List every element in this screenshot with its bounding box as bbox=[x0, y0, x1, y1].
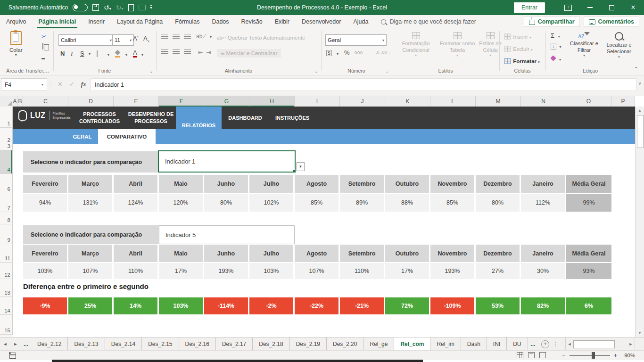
month-header-cell[interactable]: Agosto bbox=[295, 175, 340, 193]
font-name-combo[interactable]: Calibri▾ bbox=[58, 34, 114, 46]
normal-view-icon[interactable] bbox=[517, 352, 523, 358]
diff-cell[interactable]: -22% bbox=[295, 297, 340, 314]
sheet-tabs-overflow-right[interactable]: ... bbox=[528, 337, 538, 351]
indent-buttons[interactable]: ⇤⇥ bbox=[198, 49, 211, 56]
accounting-dropdown-icon[interactable]: ▾ bbox=[337, 52, 339, 56]
borders-dropdown-icon[interactable]: ▾ bbox=[107, 53, 109, 57]
ribbon-tab-layout-da-página[interactable]: Layout da Página bbox=[111, 15, 169, 28]
sheet-nav-left-icon[interactable]: ◄ bbox=[0, 337, 10, 351]
selector1-value-cell[interactable]: Indicador 1 bbox=[158, 150, 296, 173]
name-box[interactable]: F4 ▾ bbox=[1, 78, 47, 91]
number-format-combo[interactable]: Geral▾ bbox=[325, 34, 387, 46]
row-header-4[interactable]: 4 bbox=[0, 150, 13, 174]
horizontal-scroll-thumb[interactable] bbox=[573, 340, 615, 348]
sheet-tab-des_2-14[interactable]: Des_2.14 bbox=[105, 337, 142, 351]
diff-cell[interactable]: 6% bbox=[566, 297, 611, 314]
column-header-E[interactable]: E bbox=[114, 96, 159, 107]
scroll-down-icon[interactable]: ▼ bbox=[636, 331, 644, 335]
column-header-L[interactable]: L bbox=[430, 96, 476, 107]
column-header-M[interactable]: M bbox=[476, 96, 521, 107]
value-cell[interactable]: 30% bbox=[521, 263, 566, 279]
sheet-tab-rel_com[interactable]: Rel_com bbox=[394, 337, 430, 351]
month-header-cell[interactable]: Fevereiro bbox=[23, 245, 68, 262]
font-color-dropdown-icon[interactable]: ▾ bbox=[141, 53, 143, 57]
percent-style-button[interactable]: % bbox=[344, 49, 350, 56]
month-header-cell[interactable]: Setembro bbox=[340, 245, 385, 262]
month-header-cell[interactable]: Média Geral bbox=[566, 245, 611, 262]
value-cell[interactable]: 107% bbox=[295, 263, 340, 279]
column-header-P[interactable]: P bbox=[611, 96, 635, 107]
diff-cell[interactable]: -114% bbox=[204, 297, 249, 314]
column-header-I[interactable]: I bbox=[295, 96, 340, 107]
format-cells-button[interactable]: Formatar ▾ bbox=[504, 58, 540, 65]
value-cell[interactable]: 120% bbox=[159, 194, 204, 212]
ribbon-tab-desenvolvedor[interactable]: Desenvolvedor bbox=[296, 15, 347, 28]
month-header-cell[interactable]: Outubro bbox=[385, 245, 430, 262]
ribbon-tab-dados[interactable]: Dados bbox=[206, 15, 235, 28]
scroll-left-icon[interactable]: ◄ bbox=[566, 342, 573, 346]
zoom-in-icon[interactable]: + bbox=[614, 352, 618, 359]
sheet-tab-des_2-15[interactable]: Des_2.15 bbox=[142, 337, 179, 351]
ribbon-tab-exibir[interactable]: Exibir bbox=[269, 15, 296, 28]
row-header-12[interactable]: 12 bbox=[0, 263, 13, 279]
expand-formula-bar-icon[interactable]: ˅ bbox=[638, 81, 641, 86]
find-select-button[interactable]: Localizar e Selecionar▾ bbox=[603, 32, 636, 59]
month-header-cell[interactable]: Julho bbox=[249, 245, 295, 262]
column-header-J[interactable]: J bbox=[340, 96, 385, 107]
diff-cell[interactable]: 72% bbox=[385, 297, 430, 314]
value-cell[interactable]: 99% bbox=[566, 194, 611, 212]
sheet-nav-right-icon[interactable]: ► bbox=[10, 337, 21, 351]
month-header-cell[interactable]: Outubro bbox=[385, 175, 430, 193]
column-header-F[interactable]: F bbox=[159, 96, 204, 107]
ribbon-display-options-button[interactable]: ↑ bbox=[557, 0, 579, 15]
value-cell[interactable]: 131% bbox=[68, 194, 114, 212]
paste-button[interactable]: Colar ▾ bbox=[9, 31, 22, 57]
ribbon-tab-arquivo[interactable]: Arquivo bbox=[0, 15, 32, 28]
insert-function-icon[interactable]: fx bbox=[81, 81, 86, 88]
fill-color-button[interactable] bbox=[115, 50, 120, 56]
page-layout-view-icon[interactable] bbox=[528, 352, 535, 358]
collapse-ribbon-icon[interactable]: ⌃ bbox=[634, 66, 638, 72]
zoom-percentage[interactable]: 90% bbox=[621, 353, 635, 358]
ribbon-tab-revisão[interactable]: Revisão bbox=[235, 15, 269, 28]
value-cell[interactable]: 89% bbox=[340, 194, 385, 212]
month-header-cell[interactable]: Julho bbox=[249, 175, 295, 193]
underline-dropdown-icon[interactable]: ▾ bbox=[89, 52, 91, 56]
value-cell[interactable]: 17% bbox=[159, 263, 204, 279]
horizontal-scrollbar[interactable]: ◄ ► bbox=[565, 337, 635, 351]
row-header-11[interactable]: 11 bbox=[0, 244, 13, 263]
month-header-cell[interactable]: Novembro bbox=[430, 175, 476, 193]
month-header-cell[interactable]: Maio bbox=[159, 175, 204, 193]
column-header-G[interactable]: G bbox=[204, 96, 249, 107]
new-sheet-button[interactable]: + bbox=[538, 337, 553, 351]
diff-cell[interactable]: 103% bbox=[159, 297, 204, 314]
value-cell[interactable]: 110% bbox=[114, 263, 159, 279]
column-header-B[interactable]: B bbox=[17, 96, 23, 107]
diff-cell[interactable]: 25% bbox=[68, 297, 114, 314]
value-cell[interactable]: 85% bbox=[430, 194, 476, 212]
sheet-tab-du[interactable]: DU bbox=[507, 337, 528, 351]
value-cell[interactable]: 93% bbox=[566, 263, 611, 279]
vertical-scrollbar[interactable]: ▲ ▼ bbox=[635, 107, 644, 337]
row-header-14[interactable]: 14 bbox=[0, 297, 13, 315]
close-button[interactable]: × bbox=[622, 0, 644, 15]
month-header-cell[interactable]: Junho bbox=[204, 175, 249, 193]
column-header-K[interactable]: K bbox=[385, 96, 430, 107]
diff-cell[interactable]: 82% bbox=[521, 297, 566, 314]
minimize-button[interactable] bbox=[579, 0, 601, 15]
borders-button[interactable] bbox=[97, 51, 98, 57]
sort-filter-button[interactable]: AZ Classificar e Filtrar▾ bbox=[568, 32, 601, 58]
page-break-view-icon[interactable] bbox=[539, 352, 546, 358]
month-header-cell[interactable]: Setembro bbox=[340, 175, 385, 193]
comma-style-button[interactable]: 000 bbox=[355, 50, 363, 55]
row-header-15[interactable]: 15 bbox=[0, 315, 13, 335]
clipboard-dialog-launcher-icon[interactable]: ⌟ bbox=[47, 69, 49, 74]
nav-item-relatórios[interactable]: RELATÓRIOS bbox=[176, 107, 222, 144]
row-header-6[interactable]: 6 bbox=[0, 174, 13, 193]
month-header-cell[interactable]: Maio bbox=[159, 245, 204, 262]
subnav-item-comparativo[interactable]: COMPARATIVO bbox=[98, 129, 156, 144]
value-cell[interactable]: 94% bbox=[23, 194, 68, 212]
zoom-slider-thumb[interactable] bbox=[592, 352, 595, 359]
scroll-right-icon[interactable]: ► bbox=[627, 342, 635, 346]
ribbon-tab-ajuda[interactable]: Ajuda bbox=[347, 15, 374, 28]
